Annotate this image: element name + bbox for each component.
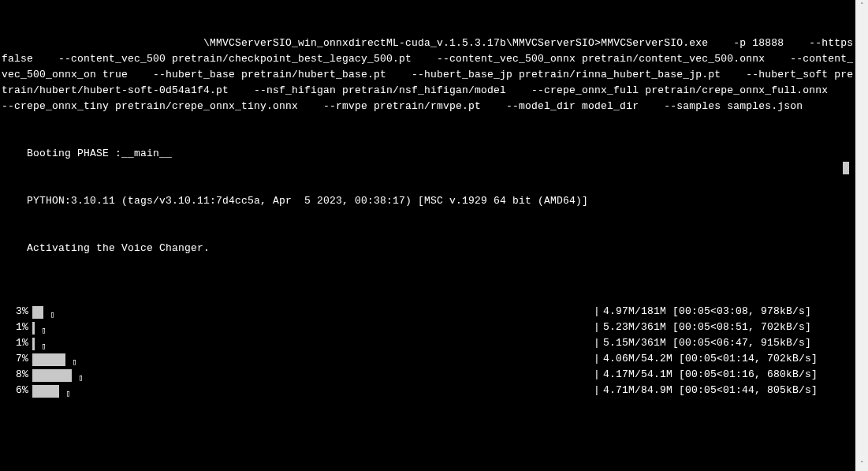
separator: | [594,351,603,367]
progress-stats: 4.06M/54.2M [00:05<01:14, 702kB/s] [603,351,818,367]
progress-row: 7%▯| 4.06M/54.2M [00:05<01:14, 702kB/s] [2,351,854,367]
progress-group-1: 3%▯| 4.97M/181M [00:05<03:08, 978kB/s]1%… [2,304,854,398]
progress-bar-fill [32,338,35,350]
vertical-scrollbar[interactable]: ˄ ˅ [855,0,868,471]
blank-line [2,430,854,446]
progress-bar-fill [32,322,35,335]
terminal-output: \MMVCServerSIO_win_onnxdirectML-cuda_v.1… [0,0,855,471]
progress-bar: ▯ [28,383,594,398]
progress-row: 1%▯| 5.15M/361M [00:05<06:47, 915kB/s] [2,335,854,351]
separator: | [594,304,603,320]
progress-bar: ▯ [28,320,594,335]
progress-stats: 4.71M/84.9M [00:05<01:44, 805kB/s] [603,383,818,398]
progress-bar: ▯ [28,305,594,319]
scroll-track[interactable] [855,13,868,458]
scroll-up-arrow[interactable]: ˄ [855,0,868,13]
python-version-line: PYTHON:3.10.11 (tags/v3.10.11:7d4cc5a, A… [2,193,854,209]
progress-row: 6%▯| 4.71M/84.9M [00:05<01:44, 805kB/s] [2,383,854,398]
separator: | [594,335,603,351]
progress-bar-fill [32,306,43,319]
progress-percent: 1% [2,335,28,351]
progress-bar: ▯ [28,336,594,350]
progress-stats: 5.15M/361M [00:05<06:47, 915kB/s] [603,335,811,351]
progress-stats: 4.17M/54.1M [00:05<01:16, 680kB/s] [603,367,818,383]
progress-bar: ▯ [28,368,594,382]
progress-percent: 3% [2,304,28,320]
progress-percent: 1% [2,320,28,335]
separator: | [594,383,603,398]
progress-row: 1%▯| 5.23M/361M [00:05<08:51, 702kB/s] [2,320,854,335]
progress-row: 3%▯| 4.97M/181M [00:05<03:08, 978kB/s] [2,304,854,320]
progress-row: 8%▯| 4.17M/54.1M [00:05<01:16, 680kB/s] [2,367,854,383]
progress-percent: 8% [2,367,28,383]
separator: | [594,320,603,335]
text-cursor [843,162,849,174]
boot-phase-line: Booting PHASE :__main__ [2,146,854,162]
progress-bar: ▯ [28,352,594,366]
progress-tick-icon: ▯ [65,386,71,402]
separator: | [594,367,603,383]
progress-bar-fill [32,369,72,382]
scroll-down-arrow[interactable]: ˅ [855,458,868,471]
progress-stats: 5.23M/361M [00:05<08:51, 702kB/s] [603,320,811,335]
command-line: \MMVCServerSIO_win_onnxdirectML-cuda_v.1… [2,36,854,114]
progress-bar-fill [32,353,65,366]
activating-line: Activating the Voice Changer. [2,241,854,256]
progress-stats: 4.97M/181M [00:05<03:08, 978kB/s] [603,304,811,320]
progress-percent: 6% [2,383,28,398]
progress-bar-fill [32,385,59,398]
progress-percent: 7% [2,351,28,367]
